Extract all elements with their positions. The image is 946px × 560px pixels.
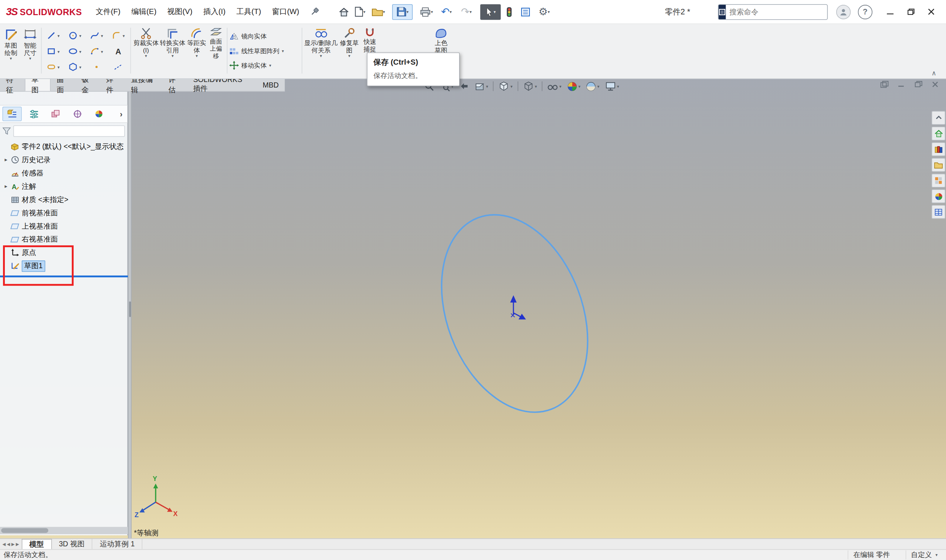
appearances-scenes-button[interactable] [932, 189, 946, 203]
configurationmanager-tab[interactable] [46, 107, 65, 121]
splitter-grip[interactable] [129, 302, 131, 317]
new-window-icon[interactable] [878, 79, 890, 89]
undo-button[interactable]: ↶▾ [437, 4, 456, 20]
maximize-window-button[interactable] [901, 3, 920, 21]
last-tab-icon[interactable]: ▶ [16, 542, 19, 546]
propertymanager-tab[interactable] [24, 107, 43, 121]
first-tab-icon[interactable]: ◀ [3, 542, 6, 546]
menu-file[interactable]: 文件(F) [90, 4, 126, 20]
point-tool-button[interactable] [86, 59, 108, 75]
tree-filter-input[interactable] [13, 125, 125, 137]
display-delete-relations-button[interactable]: 显示/删除几何关系 ▾ [304, 27, 338, 58]
pin-menu-button[interactable] [307, 4, 323, 20]
selection-filter-button[interactable] [501, 4, 517, 20]
hide-show-items-button[interactable]: ▾ [545, 79, 563, 93]
menu-edit[interactable]: 编辑(E) [126, 4, 162, 20]
view-orientation-button[interactable]: ▾ [497, 79, 514, 93]
section-view-button[interactable]: ▾ [473, 79, 490, 93]
search-icon[interactable] [827, 8, 828, 16]
save-button[interactable]: ▾ [392, 4, 412, 20]
tree-row-material[interactable]: 材质 <未指定> [0, 193, 127, 206]
tab-model[interactable]: 模型 [22, 539, 52, 549]
restore-doc-icon[interactable] [912, 79, 924, 89]
select-tool-button[interactable]: ▾ [480, 4, 500, 20]
featuremanager-tab[interactable] [3, 107, 22, 121]
tree-row-top-plane[interactable]: 上视基准面 [0, 219, 127, 233]
offset-entities-button[interactable]: 等距实体 ▾ [186, 27, 208, 58]
linear-pattern-button[interactable]: 线性草图阵列 ▾ [229, 44, 284, 58]
tab-direct-editing[interactable]: 直接编辑 [125, 78, 162, 91]
rectangle-tool-button[interactable]: ▾ [42, 44, 64, 59]
redo-button[interactable]: ↷▾ [457, 4, 476, 20]
tree-row-history[interactable]: ▸ 历史记录 [0, 153, 127, 166]
tree-row-annotations[interactable]: ▸ A 注解 [0, 180, 127, 193]
tab-surfaces[interactable]: 曲面 [51, 78, 76, 91]
menu-tools[interactable]: 工具(T) [231, 4, 267, 20]
tab-features[interactable]: 特征 [0, 78, 25, 91]
trim-entities-button[interactable]: 剪裁实体(I) ▾ [133, 27, 159, 58]
user-account-button[interactable] [836, 5, 850, 19]
help-button[interactable]: ? [858, 5, 872, 19]
tree-row-right-plane[interactable]: 右视基准面 [0, 233, 127, 246]
minimize-doc-icon[interactable] [895, 79, 907, 89]
dimxpert-tab[interactable] [68, 107, 87, 121]
tab-sketch[interactable]: 草图 [25, 78, 51, 91]
home-button[interactable] [336, 4, 352, 20]
search-input[interactable] [726, 8, 827, 16]
graphics-viewport[interactable]: Y X Z ▾ ▾ ▾ ▾ ▾ ▾ ▾ ▾ [0, 78, 946, 538]
smart-dimension-button[interactable]: 智能尺寸 ▾ [21, 27, 39, 60]
line-tool-button[interactable]: ▾ [42, 28, 64, 43]
expand-arrow-icon[interactable]: ▸ [3, 183, 10, 189]
convert-entities-button[interactable]: 转换实体引用 ▾ [159, 27, 186, 58]
panel-splitter[interactable] [128, 78, 131, 538]
tree-row-front-plane[interactable]: 前视基准面 [0, 206, 127, 219]
tab-weldments[interactable]: 焊件 [100, 78, 125, 91]
arc-tool-button[interactable]: ▾ [86, 44, 108, 59]
menu-view[interactable]: 视图(V) [162, 4, 198, 20]
evaluate-sheet-button[interactable] [517, 4, 533, 20]
custom-properties-button[interactable] [932, 205, 946, 219]
tab-evaluate[interactable]: 评估 [162, 78, 187, 91]
next-tab-icon[interactable]: ▶ [11, 542, 15, 546]
file-explorer-button[interactable] [932, 158, 946, 172]
design-library-button[interactable] [932, 142, 946, 156]
edit-appearance-button[interactable]: ▾ [565, 79, 583, 93]
panel-tabs-more-button[interactable]: › [117, 109, 125, 118]
move-entities-button[interactable]: 移动实体 ▾ [229, 58, 284, 72]
circle-tool-button[interactable]: ▾ [64, 28, 86, 43]
tab-3d-views[interactable]: 3D 视图 [52, 539, 93, 549]
taskpane-expand-button[interactable] [932, 111, 946, 125]
print-button[interactable]: ▾ [417, 4, 436, 20]
tab-sheet-metal[interactable]: 钣金 [76, 78, 100, 91]
menu-insert[interactable]: 插入(I) [198, 4, 231, 20]
solidworks-resources-button[interactable] [932, 127, 946, 141]
tree-horizontal-scrollbar[interactable] [0, 527, 128, 534]
search-scope-icon[interactable] [719, 5, 726, 19]
options-button[interactable]: ⚙▾ [534, 4, 554, 20]
display-style-button[interactable]: ▾ [521, 79, 539, 93]
displaymanager-tab[interactable] [90, 107, 109, 121]
slot-tool-button[interactable]: ▾ [42, 59, 64, 75]
expand-arrow-icon[interactable]: ▸ [3, 157, 10, 163]
tree-root-row[interactable]: 零件2 (默认) <<默认>_显示状态 [0, 140, 127, 153]
close-window-button[interactable] [922, 3, 940, 21]
spline-tool-button[interactable]: ▾ [86, 28, 108, 43]
close-doc-icon[interactable] [929, 79, 941, 89]
repair-sketch-button[interactable]: 修复草图 ▾ [339, 27, 359, 58]
polygon-tool-button[interactable]: ▾ [64, 59, 86, 75]
centerline-tool-button[interactable] [108, 59, 130, 75]
tab-mbd[interactable]: MBD [256, 78, 285, 91]
surface-offset-button[interactable]: 曲面上偏移 [207, 27, 224, 60]
tab-addins[interactable]: SOLIDWORKS 插件 [187, 78, 256, 91]
mirror-entities-button[interactable]: 镜向实体 [229, 29, 284, 43]
new-document-button[interactable]: ▾ [352, 4, 368, 20]
tab-motion-study[interactable]: 运动算例 1 [93, 539, 142, 549]
scrollbar-thumb[interactable] [1, 528, 48, 533]
text-tool-button[interactable]: A [108, 44, 130, 59]
apply-scene-button[interactable]: ▾ [584, 79, 602, 93]
menu-window[interactable]: 窗口(W) [267, 4, 305, 20]
view-settings-button[interactable]: ▾ [603, 79, 621, 93]
open-document-button[interactable]: ▾ [369, 4, 388, 20]
sketch-button[interactable]: 草图绘制 ▾ [2, 27, 20, 60]
ribbon-collapse-button[interactable]: ∧ [932, 69, 937, 77]
